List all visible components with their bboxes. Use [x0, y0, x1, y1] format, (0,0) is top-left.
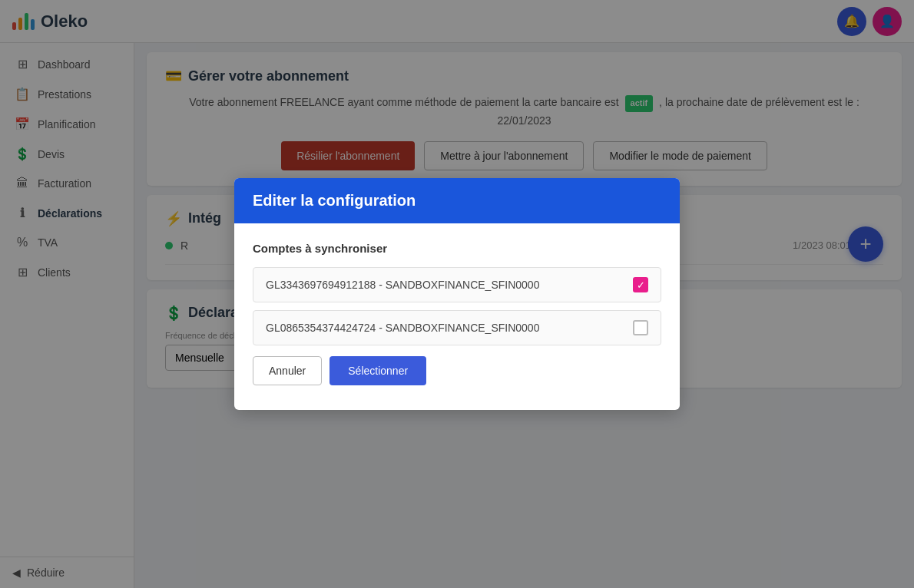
modal-title: Editer la configuration: [253, 192, 416, 209]
edit-configuration-modal: Editer la configuration Comptes à synchr…: [234, 178, 680, 410]
account-2-text: GL0865354374424724 - SANDBOXFINANCE_SFIN…: [266, 322, 539, 334]
account-2-checkbox[interactable]: [633, 320, 648, 335]
modal-section-title: Comptes à synchroniser: [253, 242, 661, 255]
account-1-checkbox[interactable]: ✓: [633, 277, 648, 292]
select-button[interactable]: Sélectionner: [330, 356, 426, 385]
account-row-2: GL0865354374424724 - SANDBOXFINANCE_SFIN…: [253, 310, 661, 345]
modal-header: Editer la configuration: [234, 178, 680, 223]
account-1-text: GL3343697694912188 - SANDBOXFINANCE_SFIN…: [266, 279, 539, 291]
account-row-1: GL3343697694912188 - SANDBOXFINANCE_SFIN…: [253, 267, 661, 302]
modal-overlay[interactable]: Editer la configuration Comptes à synchr…: [0, 0, 914, 588]
modal-body: Comptes à synchroniser GL334369769491218…: [234, 223, 680, 410]
cancel-button[interactable]: Annuler: [253, 356, 322, 385]
modal-footer: Annuler Sélectionner: [253, 353, 661, 391]
